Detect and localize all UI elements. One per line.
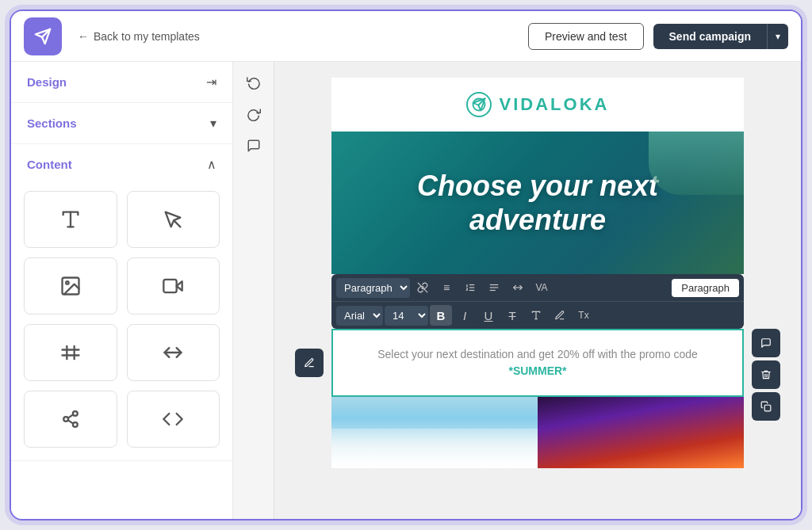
content-item-layout[interactable] (24, 324, 117, 381)
email-canvas: VIDALOKA Choose your next adventure (331, 78, 744, 468)
text-block-wrapper: Select your next destination and get 20%… (331, 329, 744, 397)
format-align-button[interactable] (483, 277, 505, 298)
content-section-header[interactable]: Content ∧ (11, 144, 232, 185)
hero-line2: adventure (469, 204, 606, 236)
format-row-2: Arial 14 B I U T (331, 301, 744, 329)
italic-button[interactable]: I (454, 305, 476, 326)
hero-line1: Choose your next (417, 170, 658, 202)
sections-section: Sections ▾ (11, 103, 232, 144)
email-canvas-wrapper: VIDALOKA Choose your next adventure (331, 78, 744, 468)
fontcolor-button[interactable] (525, 305, 547, 326)
image-snow (331, 397, 538, 468)
font-select[interactable]: Arial (336, 306, 383, 326)
sections-section-header[interactable]: Sections ▾ (11, 103, 232, 143)
sidebar: Design ⇥ Sections ▾ Content ∧ (11, 62, 233, 519)
send-campaign-button[interactable]: Send campaign (653, 24, 767, 49)
format-toolbar: Paragraph ≡ (331, 274, 744, 329)
edit-pencil-button[interactable] (295, 349, 324, 377)
paragraph-btn[interactable]: Paragraph (672, 279, 739, 297)
design-section-header[interactable]: Design ⇥ (11, 62, 232, 102)
comment-action-button[interactable] (752, 329, 780, 357)
undo-button[interactable] (239, 68, 268, 97)
svg-line-17 (68, 414, 73, 418)
back-link[interactable]: ← Back to my templates (78, 30, 200, 43)
content-collapse-icon: ∧ (207, 157, 216, 172)
email-logo-bar: VIDALOKA (331, 78, 744, 132)
delete-action-button[interactable] (752, 360, 780, 389)
email-text-block[interactable]: Select your next destination and get 20%… (331, 329, 744, 397)
sections-expand-icon: ▾ (210, 116, 216, 131)
bold-button[interactable]: B (430, 305, 452, 326)
preview-test-button[interactable]: Preview and test (528, 23, 644, 50)
content-item-code[interactable] (127, 391, 220, 448)
hero-island-decoration (649, 132, 744, 195)
svg-point-6 (66, 281, 69, 284)
design-label: Design (27, 75, 67, 89)
canvas-inner: VIDALOKA Choose your next adventure (274, 62, 801, 484)
content-grid (11, 185, 232, 460)
svg-rect-7 (164, 280, 177, 292)
app-wrapper: ← Back to my templates Preview and test … (10, 10, 802, 520)
app-logo (24, 17, 62, 55)
design-collapse-icon: ⇥ (206, 74, 216, 90)
clear-format-button[interactable]: Tx (573, 305, 595, 326)
email-text-body: Select your next destination and get 20%… (346, 346, 730, 379)
canvas-area: VIDALOKA Choose your next adventure (274, 62, 801, 519)
paragraph-select[interactable]: Paragraph (336, 278, 410, 298)
svg-line-18 (68, 420, 73, 423)
main-area: Design ⇥ Sections ▾ Content ∧ (11, 62, 801, 519)
format-list-ordered-button[interactable] (459, 277, 481, 298)
header: ← Back to my templates Preview and test … (11, 11, 801, 62)
format-VA-button[interactable]: VA (530, 277, 553, 298)
content-item-social[interactable] (24, 391, 117, 448)
svg-line-4 (175, 221, 181, 227)
format-lineheight-button[interactable] (507, 277, 529, 298)
email-promo-text: *SUMMER* (508, 364, 566, 377)
comment-button[interactable] (239, 132, 268, 160)
strikethrough-button[interactable]: T (501, 305, 523, 326)
hero-text: Choose your next adventure (417, 169, 658, 237)
content-label: Content (27, 158, 72, 171)
design-section: Design ⇥ (11, 62, 232, 103)
vidaloka-logo-icon (466, 92, 492, 117)
content-item-text[interactable] (24, 191, 117, 248)
send-campaign-group: Send campaign ▾ (653, 24, 788, 49)
highlight-button[interactable] (549, 305, 571, 326)
content-item-button[interactable] (127, 191, 220, 248)
format-list-unordered-button[interactable]: ≡ (435, 277, 458, 298)
underline-button[interactable]: U (477, 305, 500, 326)
email-hero: Choose your next adventure (331, 132, 744, 274)
content-section: Content ∧ (11, 144, 232, 461)
right-action-buttons (752, 329, 780, 421)
email-images-row (331, 397, 744, 468)
back-arrow-icon: ← (78, 30, 89, 43)
duplicate-action-button[interactable] (752, 392, 780, 421)
font-size-select[interactable]: 14 (385, 306, 428, 326)
send-campaign-dropdown-button[interactable]: ▾ (767, 24, 788, 49)
svg-rect-32 (764, 405, 771, 411)
format-row-1: Paragraph ≡ (331, 274, 744, 301)
content-item-video[interactable] (127, 257, 220, 315)
brand-name: VIDALOKA (500, 94, 610, 115)
vertical-toolbar (233, 62, 274, 519)
redo-button[interactable] (239, 100, 268, 128)
sections-label: Sections (27, 116, 77, 130)
email-body-text: Select your next destination and get 20%… (377, 348, 698, 360)
image-city (538, 397, 744, 468)
content-item-divider[interactable] (127, 324, 220, 381)
back-link-label: Back to my templates (94, 30, 200, 43)
format-link-button[interactable] (412, 277, 434, 298)
content-item-image[interactable] (24, 257, 117, 315)
